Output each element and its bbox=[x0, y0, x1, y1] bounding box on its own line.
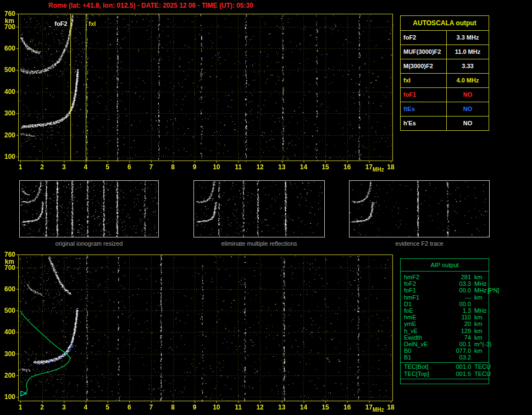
aip-row-b1: B103.2 bbox=[401, 354, 489, 361]
autoscala-row-muf3000f2: MUF(3000)F211.0 MHz bbox=[401, 45, 489, 59]
aip-param-label: B1 bbox=[404, 354, 411, 361]
autoscala-row-fof2: foF23.3 MHz bbox=[401, 30, 489, 45]
autoscala-screen: Rome (lat: +41.8, lon: 012.5) - DATE: 20… bbox=[0, 0, 532, 415]
autoscala-row-fof1: foF1NO bbox=[401, 87, 489, 102]
aip-param-label: foF2 bbox=[404, 280, 416, 287]
aip-param-label: hmF1 bbox=[404, 294, 419, 301]
station-date-title: Rome (lat: +41.8, lon: 012.5) - DATE: 20… bbox=[48, 2, 253, 9]
aip-param-label: h_vE bbox=[404, 328, 418, 334]
aip-row-tectop: TEC[Top]001.5TECU bbox=[401, 370, 489, 378]
aip-param-note: [PN] bbox=[487, 287, 499, 294]
aip-param-label: ymE bbox=[404, 320, 416, 327]
aip-param-value: 20 bbox=[446, 320, 471, 327]
aip-param-unit: km bbox=[474, 294, 483, 301]
autoscala-param-label: h'Es bbox=[401, 117, 447, 130]
aip-param-label: foE bbox=[404, 307, 413, 314]
aip-param-label: TEC[Top] bbox=[404, 370, 429, 378]
aip-table-header: AIP output bbox=[401, 259, 489, 272]
aip-param-unit: km bbox=[474, 347, 483, 354]
aip-param-label: D1 bbox=[404, 301, 412, 307]
aip-row-d1: D100.0 bbox=[401, 301, 489, 307]
autoscala-param-label: foF1 bbox=[401, 88, 447, 102]
autoscala-table-header: AUTOSCALA output bbox=[401, 16, 489, 30]
aip-table-rows: hmF2281kmfoF203.3MHzfoF100.0MHz[PN]hmF1-… bbox=[401, 272, 489, 361]
aip-param-value: 03.2 bbox=[446, 354, 471, 361]
autoscala-param-label: fxI bbox=[401, 74, 447, 87]
autoscala-param-label: ftEs bbox=[401, 102, 447, 116]
aip-param-label: foF1 bbox=[404, 287, 416, 294]
autoscala-param-value: 4.0 MHz bbox=[447, 74, 489, 87]
autoscala-param-value: 3.33 bbox=[447, 59, 489, 73]
aip-param-value: 00.0 bbox=[446, 287, 471, 294]
aip-row-hme: hmE110km bbox=[401, 314, 489, 320]
autoscala-table-rows: foF23.3 MHzMUF(3000)F211.0 MHzM(3000)F23… bbox=[401, 30, 489, 130]
aip-row-yme: ymE20km bbox=[401, 320, 489, 327]
aip-output-table: AIP output hmF2281kmfoF203.3MHzfoF100.0M… bbox=[400, 258, 489, 384]
aip-param-unit: km bbox=[474, 328, 483, 334]
aip-param-value: 00.1 bbox=[446, 341, 471, 347]
autoscala-param-label: foF2 bbox=[401, 31, 447, 45]
autoscala-param-label: MUF(3000)F2 bbox=[401, 45, 447, 59]
aip-param-unit: km bbox=[474, 334, 483, 341]
autoscala-param-value: NO bbox=[447, 117, 489, 130]
aip-param-unit: MHz bbox=[474, 307, 487, 314]
autoscala-output-table: AUTOSCALA output foF23.3 MHzMUF(3000)F21… bbox=[400, 15, 489, 131]
aip-param-unit: km bbox=[474, 274, 483, 280]
aip-param-unit: km bbox=[474, 320, 483, 327]
aip-param-value: 1.3 bbox=[446, 307, 471, 314]
aip-param-value: 281 bbox=[446, 274, 471, 280]
aip-param-unit: TECU bbox=[474, 370, 491, 378]
aip-param-value: 077.0 bbox=[446, 347, 471, 354]
aip-row-delnve: DelN_vE00.1m^(-3) bbox=[401, 341, 489, 347]
aip-param-value: --- bbox=[446, 294, 471, 301]
aip-param-unit: km bbox=[474, 314, 483, 320]
autoscala-param-label: M(3000)F2 bbox=[401, 59, 447, 73]
autoscala-row-hes: h'EsNO bbox=[401, 116, 489, 130]
aip-param-value: 03.3 bbox=[446, 280, 471, 287]
main-ionogram-plot bbox=[0, 10, 397, 175]
aip-param-label: Ewidth bbox=[404, 334, 422, 341]
aip-param-value: 001.0 bbox=[446, 363, 471, 370]
thumbnail-caption: evidence F2 trace bbox=[349, 240, 490, 247]
aip-row-fof1: foF100.0MHz[PN] bbox=[401, 287, 489, 294]
autoscala-row-ftes: ftEsNO bbox=[401, 102, 489, 116]
aip-row-ewidth: Ewidth74km bbox=[401, 334, 489, 341]
aip-param-label: B0 bbox=[404, 347, 411, 354]
aip-row-hmf2: hmF2281km bbox=[401, 274, 489, 280]
profile-ionogram-plot bbox=[0, 251, 397, 414]
thumbnail-original-canvas bbox=[19, 180, 159, 237]
aip-param-value: 001.5 bbox=[446, 370, 471, 378]
aip-row-hmf1: hmF1---km bbox=[401, 294, 489, 301]
autoscala-param-value: NO bbox=[447, 88, 489, 102]
aip-param-value: 74 bbox=[446, 334, 471, 341]
autoscala-row-fxi: fxI4.0 MHz bbox=[401, 73, 489, 87]
aip-param-value: 129 bbox=[446, 328, 471, 334]
thumbnail-original-ionogram: original ionogram resized bbox=[19, 180, 159, 247]
autoscala-param-value: 11.0 MHz bbox=[447, 45, 489, 59]
aip-row-fof2: foF203.3MHz bbox=[401, 280, 489, 287]
aip-param-value: 110 bbox=[446, 314, 471, 320]
thumbnail-caption: eliminate multiple reflections bbox=[193, 240, 325, 247]
aip-param-label: TEC[Bot] bbox=[404, 363, 429, 370]
aip-tec-section: TEC[Bot]001.0TECUTEC[Top]001.5TECU bbox=[401, 362, 489, 379]
autoscala-row-m3000f2: M(3000)F23.33 bbox=[401, 59, 489, 73]
thumbnail-f2-trace: evidence F2 trace bbox=[349, 180, 490, 247]
aip-param-label: hmE bbox=[404, 314, 417, 320]
aip-row-foe: foE1.3MHz bbox=[401, 307, 489, 314]
aip-row-hve: h_vE129km bbox=[401, 328, 489, 334]
aip-param-unit: TECU bbox=[474, 363, 491, 370]
autoscala-param-value: NO bbox=[447, 102, 489, 116]
aip-row-tecbot: TEC[Bot]001.0TECU bbox=[401, 363, 489, 370]
thumbnail-caption: original ionogram resized bbox=[19, 240, 159, 247]
aip-param-unit: MHz bbox=[474, 280, 487, 287]
aip-param-unit: m^(-3) bbox=[474, 341, 491, 347]
aip-param-value: 00.0 bbox=[446, 301, 471, 307]
thumbnail-f2-canvas bbox=[349, 180, 490, 237]
aip-param-label: DelN_vE bbox=[404, 341, 428, 347]
autoscala-param-value: 3.3 MHz bbox=[447, 31, 489, 45]
thumbnail-reflections-canvas bbox=[193, 180, 325, 237]
aip-param-label: hmF2 bbox=[404, 274, 419, 280]
thumbnail-multiple-reflections: eliminate multiple reflections bbox=[193, 180, 325, 247]
aip-row-b0: B0077.0km bbox=[401, 347, 489, 354]
aip-param-unit: MHz bbox=[474, 287, 487, 294]
